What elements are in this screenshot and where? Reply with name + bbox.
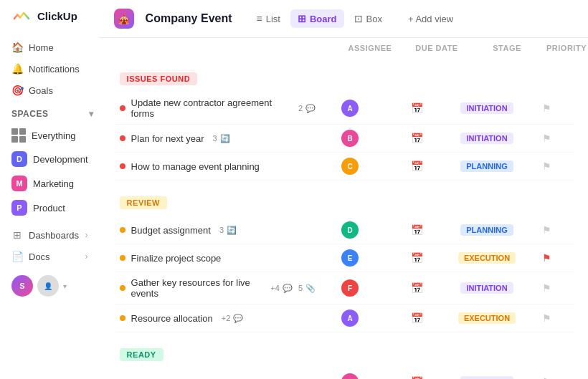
bell-icon: 🔔 xyxy=(11,63,23,75)
board-icon: ⊞ xyxy=(298,13,306,24)
task-row[interactable]: Plan for next year 3 🔄 B 📅 INITIATION ⚑ xyxy=(114,125,574,153)
group-review: REVIEW Budget assignment 3 🔄 D 📅 PLANNIN… xyxy=(114,192,574,332)
task-row[interactable]: New contractor agreement B 📅 INITIATION … xyxy=(114,368,574,379)
flag-icon: ⚑ xyxy=(542,224,551,236)
task-row[interactable]: Budget assignment 3 🔄 D 📅 PLANNING ⚑ xyxy=(114,216,574,244)
priority-dot xyxy=(120,285,125,291)
sidebar-item-home[interactable]: 🏠 Home xyxy=(6,37,94,57)
main-content: 🎪 Company Event ≡ List ⊞ Board ⊡ Box + A… xyxy=(100,0,588,379)
user-avatar-photo: 👤 xyxy=(37,275,59,297)
calendar-icon: 📅 xyxy=(411,312,423,324)
clickup-logo-icon xyxy=(11,6,32,26)
sidebar-item-dashboards[interactable]: ⊞ Dashboards › xyxy=(6,225,94,245)
priority-dot xyxy=(120,135,125,141)
user-avatar[interactable]: S xyxy=(11,275,33,297)
chevron-right-icon: › xyxy=(85,251,88,262)
flag-icon: ⚑ xyxy=(542,282,551,294)
calendar-icon: 📅 xyxy=(411,102,423,114)
flag-icon: ⚑ xyxy=(542,133,551,144)
calendar-icon: 📅 xyxy=(411,252,423,264)
sidebar-item-notifications[interactable]: 🔔 Notifications xyxy=(6,59,94,79)
calendar-icon: 📅 xyxy=(411,160,423,172)
spaces-section: Spaces ▾ xyxy=(0,100,100,122)
everything-icon xyxy=(11,128,26,143)
docs-icon: 📄 xyxy=(11,251,23,262)
group-ready: READY New contractor agreement B 📅 INITI… xyxy=(114,344,574,379)
priority-dot xyxy=(120,227,125,233)
home-icon: 🏠 xyxy=(11,42,23,53)
assignee-avatar: A xyxy=(341,310,359,327)
task-meta: +2 💬 xyxy=(222,314,244,323)
tab-board[interactable]: ⊞ Board xyxy=(290,9,344,28)
calendar-icon: 📅 xyxy=(411,282,423,294)
sidebar-item-marketing[interactable]: M Marketing xyxy=(6,172,94,195)
task-meta: 3 🔄 xyxy=(219,226,237,235)
col-priority: PRIORITY xyxy=(545,44,588,52)
tab-list[interactable]: ≡ List xyxy=(250,9,288,28)
add-view-button[interactable]: + Add view xyxy=(401,10,460,28)
assignee-avatar: C xyxy=(341,158,359,175)
flag-icon: ⚑ xyxy=(542,102,551,114)
spaces-header[interactable]: Spaces ▾ xyxy=(11,109,94,119)
flag-red-icon: ⚑ xyxy=(542,252,551,264)
task-meta: +4 💬 5 📎 xyxy=(270,284,316,293)
view-tabs: ≡ List ⊞ Board ⊡ Box xyxy=(250,9,389,28)
dashboards-icon: ⊞ xyxy=(11,229,23,241)
priority-dot xyxy=(120,255,125,261)
sidebar-item-product[interactable]: P Product xyxy=(6,196,94,219)
page-header: 🎪 Company Event ≡ List ⊞ Board ⊡ Box + A… xyxy=(100,0,588,38)
sidebar-item-development[interactable]: D Development xyxy=(6,148,94,171)
task-row[interactable]: Resource allocation +2 💬 A 📅 EXECUTION ⚑ xyxy=(114,304,574,332)
sidebar-item-everything[interactable]: Everything xyxy=(6,125,94,146)
flag-icon: ⚑ xyxy=(542,376,551,379)
status-badge: INITIATION xyxy=(460,282,513,294)
review-badge: REVIEW xyxy=(120,196,167,209)
goals-icon: 🎯 xyxy=(11,85,23,96)
status-badge: INITIATION xyxy=(460,102,513,114)
task-row[interactable]: Gather key resources for live events +4 … xyxy=(114,272,574,304)
spaces-list: Everything D Development M Marketing P P… xyxy=(0,122,100,222)
column-headers: ASSIGNEE DUE DATE STAGE PRIORITY xyxy=(100,44,588,57)
task-row[interactable]: How to manage event planning C 📅 PLANNIN… xyxy=(114,153,574,181)
box-icon: ⊡ xyxy=(354,13,363,24)
assignee-avatar: A xyxy=(341,100,359,117)
sidebar-item-goals[interactable]: 🎯 Goals xyxy=(6,80,94,100)
group-ready-header[interactable]: READY xyxy=(114,344,574,365)
tab-box[interactable]: ⊡ Box xyxy=(347,9,389,28)
sidebar-nav: 🏠 Home 🔔 Notifications 🎯 Goals xyxy=(0,37,100,100)
issues-badge: ISSUES FOUND xyxy=(120,72,198,85)
task-row[interactable]: Update new contractor agreement forms 2 … xyxy=(114,92,574,125)
assignee-avatar: E xyxy=(341,249,359,267)
sidebar-item-docs[interactable]: 📄 Docs › xyxy=(6,246,94,267)
flag-icon: ⚑ xyxy=(542,160,551,172)
list-icon: ≡ xyxy=(257,13,262,24)
chevron-right-icon: › xyxy=(85,230,88,240)
sidebar-logo[interactable]: ClickUp xyxy=(0,0,100,37)
group-issues-header[interactable]: ISSUES FOUND xyxy=(114,68,574,90)
marketing-icon: M xyxy=(11,176,27,191)
task-meta: 2 💬 xyxy=(298,104,316,113)
status-badge: INITIATION xyxy=(460,133,513,144)
group-review-header[interactable]: REVIEW xyxy=(114,192,574,214)
development-icon: D xyxy=(11,151,27,167)
task-meta: 3 🔄 xyxy=(213,134,230,143)
product-icon: P xyxy=(11,200,27,216)
assignee-avatar: D xyxy=(341,221,359,239)
task-list: ISSUES FOUND Update new contractor agree… xyxy=(100,57,588,379)
sidebar-bottom-nav: ⊞ Dashboards › 📄 Docs › xyxy=(0,222,100,269)
sidebar: ClickUp 🏠 Home 🔔 Notifications 🎯 Goals S… xyxy=(0,0,100,379)
status-badge: PLANNING xyxy=(460,224,513,236)
col-stage: STAGE xyxy=(475,44,539,52)
flag-icon: ⚑ xyxy=(542,312,551,324)
priority-dot xyxy=(120,315,125,321)
app-name: ClickUp xyxy=(37,10,77,22)
user-avatar-area[interactable]: S 👤 ▾ xyxy=(0,269,100,302)
priority-dot xyxy=(120,105,125,111)
chevron-down-icon: ▾ xyxy=(89,109,94,119)
assignee-avatar: B xyxy=(341,373,359,379)
col-due-date: DUE DATE xyxy=(404,44,469,52)
assignee-avatar: B xyxy=(341,130,359,147)
task-row[interactable]: Finalize project scope E 📅 EXECUTION ⚑ xyxy=(114,244,574,272)
calendar-icon: 📅 xyxy=(411,376,423,379)
status-badge: EXECUTION xyxy=(458,312,516,324)
